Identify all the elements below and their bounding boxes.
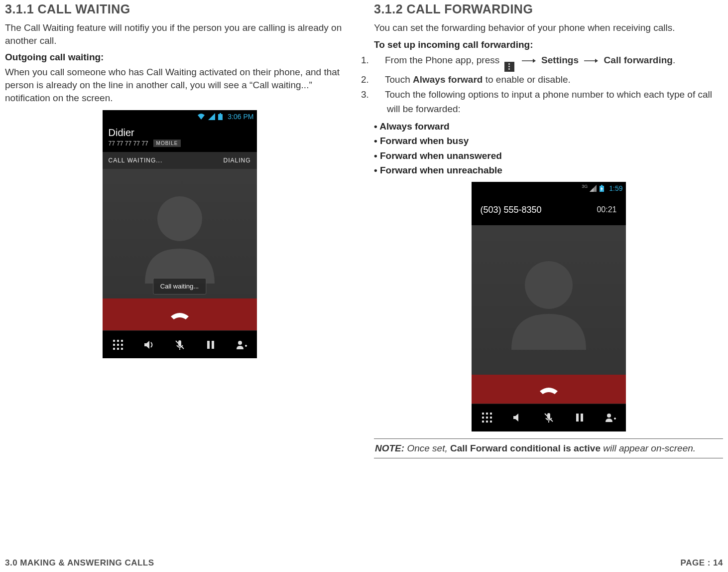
call-header: Didier 77 77 77 77 77 MOBILE bbox=[103, 123, 257, 152]
intro-call-forwarding: You can set the forwarding behavior of y… bbox=[374, 21, 723, 34]
speaker-button[interactable] bbox=[137, 335, 161, 355]
svg-point-37 bbox=[607, 414, 611, 418]
svg-rect-7 bbox=[117, 344, 119, 346]
avatar-placeholder-icon bbox=[130, 184, 230, 284]
contact-number: 77 77 77 77 77 bbox=[109, 140, 148, 147]
svg-rect-21 bbox=[601, 185, 603, 186]
status-bar: 3:06 PM bbox=[103, 110, 257, 123]
network-type-label: 3G bbox=[582, 184, 588, 189]
contact-name: Didier bbox=[109, 127, 251, 139]
step-1: 1.From the Phone app, press Settings Cal… bbox=[374, 53, 723, 72]
step-3-text: Touch the following options to input a p… bbox=[385, 89, 712, 114]
dialpad-button[interactable] bbox=[106, 335, 130, 355]
step-3: 3.Touch the following options to input a… bbox=[374, 88, 723, 116]
speaker-button[interactable] bbox=[506, 408, 530, 428]
svg-rect-8 bbox=[121, 344, 123, 346]
bullet-forward-unanswered: Forward when unanswered bbox=[374, 148, 723, 163]
screenshot-call-waiting: 3:06 PM Didier 77 77 77 77 77 MOBILE CAL… bbox=[103, 110, 257, 358]
arrow-icon bbox=[522, 58, 536, 63]
pause-icon bbox=[575, 412, 585, 423]
svg-rect-1 bbox=[220, 113, 221, 114]
add-contact-icon bbox=[236, 339, 247, 350]
battery-icon bbox=[218, 113, 223, 120]
phone-number: (503) 555-8350 bbox=[481, 205, 542, 215]
add-call-button[interactable] bbox=[599, 408, 622, 428]
end-call-icon bbox=[538, 383, 560, 395]
step-2: 2.Touch Always forward to enable or disa… bbox=[374, 73, 723, 87]
call-status-strip: CALL WAITING... DIALING bbox=[103, 152, 257, 169]
svg-rect-30 bbox=[486, 421, 488, 423]
mute-button[interactable] bbox=[537, 408, 561, 428]
overflow-menu-icon bbox=[504, 62, 514, 72]
subheading-setup: To set up incoming call forwarding: bbox=[374, 39, 723, 50]
note-text-2: will appear on-screen. bbox=[601, 443, 696, 453]
step-1-prefix: From the Phone app, press bbox=[385, 55, 499, 65]
step-1-callforwarding: Call forwarding bbox=[604, 55, 673, 65]
svg-rect-31 bbox=[490, 421, 492, 423]
note-bold: Call Forward conditional is active bbox=[450, 443, 601, 453]
dialpad-icon bbox=[113, 339, 123, 350]
step-2-suffix: to enable or disable. bbox=[483, 74, 570, 85]
bullet-forward-unreachable: Forward when unreachable bbox=[374, 163, 723, 177]
end-call-bar[interactable] bbox=[103, 298, 257, 330]
mute-button[interactable] bbox=[168, 335, 192, 355]
avatar-area: Call waiting... bbox=[103, 169, 257, 298]
heading-call-waiting: 3.1.1 CALL WAITING bbox=[5, 2, 354, 16]
bullet-always-forward: Always forward bbox=[374, 119, 723, 134]
call-header: (503) 555-8350 00:21 bbox=[472, 195, 626, 225]
strip-right-label: DIALING bbox=[223, 157, 250, 164]
body-outgoing: When you call someone who has Call Waiti… bbox=[5, 66, 354, 104]
svg-rect-16 bbox=[212, 341, 214, 349]
dialpad-button[interactable] bbox=[475, 408, 499, 428]
page-footer: 3.0 MAKING & ANSWERING CALLS PAGE : 14 bbox=[5, 558, 723, 568]
screenshot-call-forwarding: 3G 1:59 (503) 555-8350 00:21 bbox=[472, 182, 626, 431]
svg-rect-23 bbox=[482, 413, 484, 415]
svg-point-22 bbox=[525, 261, 573, 309]
forward-options-list: Always forward Forward when busy Forward… bbox=[374, 119, 723, 178]
heading-call-forwarding: 3.1.2 CALL FORWARDING bbox=[374, 2, 723, 16]
bullet-forward-busy: Forward when busy bbox=[374, 134, 723, 148]
note-text-1: Once set, bbox=[404, 443, 450, 453]
toast-call-waiting: Call waiting... bbox=[153, 278, 206, 294]
add-call-button[interactable] bbox=[230, 335, 253, 355]
mute-icon bbox=[174, 339, 185, 350]
speaker-icon bbox=[512, 412, 523, 423]
speaker-icon bbox=[143, 339, 154, 350]
in-call-actions bbox=[472, 404, 626, 431]
hold-button[interactable] bbox=[568, 408, 592, 428]
intro-call-waiting: The Call Waiting feature will notifiy yo… bbox=[5, 21, 354, 47]
svg-rect-28 bbox=[490, 417, 492, 419]
pause-icon bbox=[206, 339, 216, 350]
call-duration: 00:21 bbox=[597, 205, 616, 214]
wifi-icon bbox=[197, 113, 205, 120]
footer-page-number: PAGE : 14 bbox=[681, 558, 723, 568]
arrow-icon bbox=[584, 58, 598, 63]
svg-rect-36 bbox=[581, 414, 583, 422]
svg-rect-3 bbox=[113, 340, 115, 342]
note-prefix: NOTE: bbox=[375, 443, 404, 453]
dialpad-icon bbox=[482, 412, 492, 423]
svg-rect-15 bbox=[207, 341, 210, 349]
signal-icon bbox=[590, 185, 597, 192]
signal-icon bbox=[208, 113, 215, 120]
status-time: 3:06 PM bbox=[228, 113, 253, 121]
svg-rect-27 bbox=[486, 417, 488, 419]
strip-left-label: CALL WAITING... bbox=[109, 157, 163, 164]
avatar-area bbox=[472, 225, 626, 375]
svg-point-2 bbox=[157, 196, 202, 241]
step-1-settings: Settings bbox=[541, 55, 579, 65]
number-type-badge: MOBILE bbox=[153, 140, 181, 147]
svg-rect-25 bbox=[490, 413, 492, 415]
svg-rect-35 bbox=[576, 414, 579, 422]
svg-rect-11 bbox=[121, 348, 123, 350]
step-2-bold: Always forward bbox=[413, 74, 483, 85]
note-box: NOTE: Once set, Call Forward conditional… bbox=[374, 438, 723, 458]
svg-rect-5 bbox=[121, 340, 123, 342]
svg-rect-10 bbox=[117, 348, 119, 350]
svg-rect-26 bbox=[482, 417, 484, 419]
subheading-outgoing: Outgoing call waiting: bbox=[5, 52, 354, 63]
svg-rect-4 bbox=[117, 340, 119, 342]
battery-icon bbox=[600, 185, 604, 192]
end-call-bar[interactable] bbox=[472, 375, 626, 404]
hold-button[interactable] bbox=[199, 335, 223, 355]
